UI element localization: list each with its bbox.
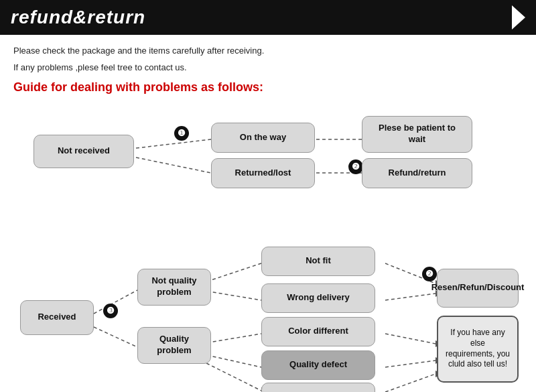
svg-line-26 [385,334,436,344]
on-the-way-box: On the way [211,123,315,153]
not-received-box: Not received [34,135,134,168]
patient-box: Plese be patient to wait [362,116,472,153]
guide-title: Guide for dealing with problems as follo… [13,80,523,94]
header: refund&return [0,0,536,35]
damage-box: Damage [261,383,375,392]
num1-circle: ❶ [174,126,189,141]
num2-top-circle: ❷ [348,159,363,174]
not-quality-box: Not quality problem [137,269,211,306]
svg-line-2 [136,157,211,173]
flow-diagram: Not received ❶ On the way Returned/lost … [13,103,523,392]
intro-line1: Please check the package and the items c… [13,44,523,58]
num3-circle: ❸ [103,304,118,318]
if-you-box: If you have any else requirements, you c… [437,316,519,383]
svg-line-30 [385,374,436,392]
refund-return-box: Refund/return [362,158,472,188]
svg-line-28 [385,361,436,367]
quality-defect-box: Quality defect [261,350,375,380]
main-content: Please check the package and the items c… [0,35,536,392]
svg-line-24 [385,293,436,300]
returned-lost-box: Returned/lost [211,158,315,188]
intro-line2: If any problems ,plese feel tree to cont… [13,61,523,75]
received-box: Received [20,300,94,335]
svg-line-10 [94,327,137,347]
svg-line-0 [136,139,211,148]
num2-bottom-circle: ❷ [422,267,437,281]
svg-line-20 [201,361,261,391]
resen-box: Resen/Refun/Discount [437,269,519,308]
wrong-delivery-box: Wrong delivery [261,283,375,313]
color-different-box: Color different [261,317,375,346]
not-fit-box: Not fit [261,247,375,276]
arrow-icon [512,5,525,29]
quality-problem-box: Quality problem [137,327,211,364]
page-title: refund&return [11,7,145,28]
